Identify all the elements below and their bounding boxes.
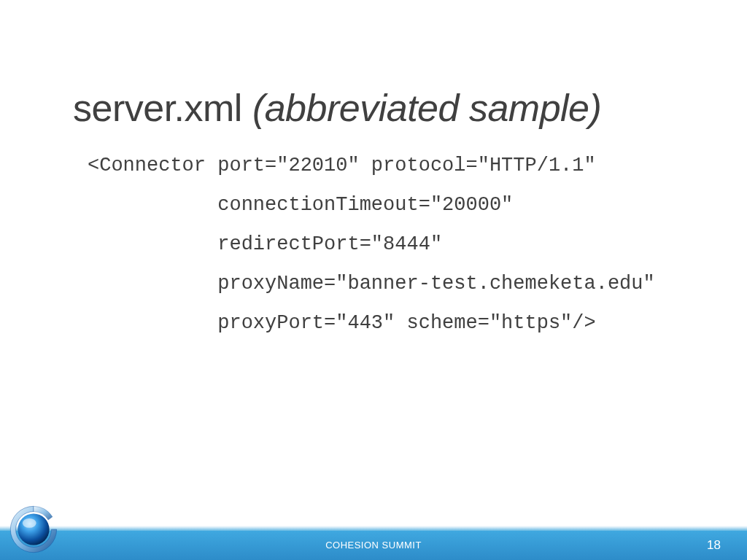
slide-title: server.xml (abbreviated sample)	[73, 86, 601, 130]
code-line-2: connectionTimeout="20000"	[88, 194, 513, 216]
code-line-5: proxyPort="443" scheme="https"/>	[88, 312, 596, 334]
page-number: 18	[707, 538, 721, 553]
svg-point-1	[23, 518, 36, 528]
code-line-4: proxyName="banner-test.chemeketa.edu"	[88, 273, 655, 295]
cohesion-logo-icon	[7, 503, 60, 556]
code-line-1: <Connector port="22010" protocol="HTTP/1…	[88, 155, 596, 176]
svg-point-0	[18, 513, 49, 545]
slide: server.xml (abbreviated sample) <Connect…	[0, 0, 747, 560]
code-sample: <Connector port="22010" protocol="HTTP/1…	[88, 146, 655, 343]
title-main: server.xml	[73, 87, 252, 129]
title-subtitle: (abbreviated sample)	[252, 87, 601, 129]
footer-label: COHESION SUMMIT	[325, 540, 422, 551]
code-line-3: redirectPort="8444"	[88, 233, 442, 255]
footer-bar: COHESION SUMMIT 18	[0, 531, 747, 560]
footer-stripe	[0, 526, 747, 531]
